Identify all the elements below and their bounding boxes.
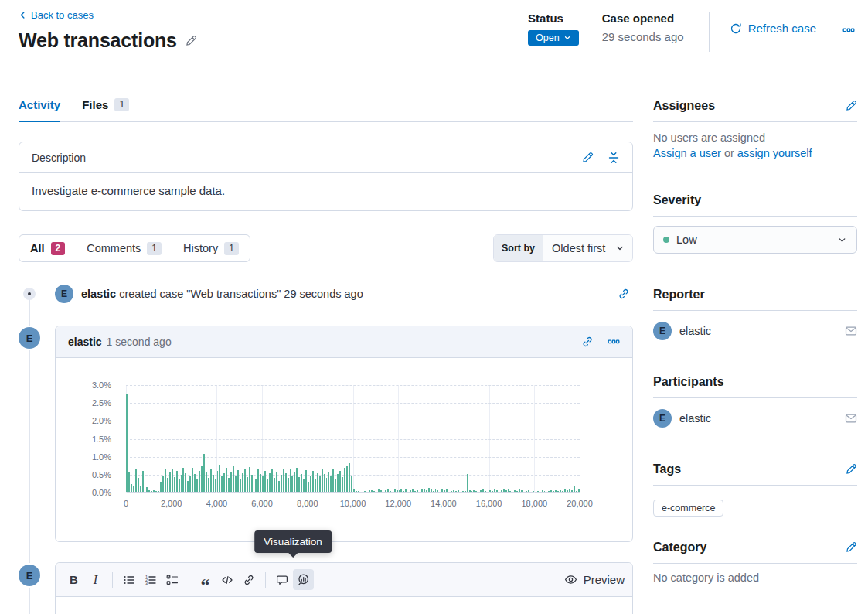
chart-bar xyxy=(503,489,505,492)
mail-icon[interactable] xyxy=(845,412,857,425)
more-actions-icon[interactable] xyxy=(842,24,855,36)
sort-order-select[interactable]: Oldest first xyxy=(543,235,632,261)
assign-yourself-link[interactable]: assign yourself xyxy=(737,147,812,159)
chart-bar xyxy=(283,469,284,492)
unordered-list-icon[interactable] xyxy=(118,569,139,590)
edit-tags-pencil-icon[interactable] xyxy=(845,463,857,476)
comment-textarea[interactable] xyxy=(56,597,632,614)
chart-bar xyxy=(254,472,255,493)
filter-all-button[interactable]: All 2 xyxy=(19,235,76,261)
chart-bar xyxy=(496,490,498,492)
chart-bar xyxy=(444,490,445,492)
chart-bar xyxy=(296,468,298,493)
status-dropdown-badge[interactable]: Open xyxy=(528,30,579,46)
filter-comments-button[interactable]: Comments 1 xyxy=(76,235,172,261)
chart-bar xyxy=(172,469,173,492)
header-meta: Status Open Case opened 29 seconds ago R… xyxy=(528,12,855,52)
chart-bar xyxy=(405,489,407,492)
chart-bar xyxy=(285,473,287,492)
quote-icon[interactable]: “ xyxy=(195,569,216,590)
sort-order-value: Oldest first xyxy=(552,242,605,254)
case-tabs: Activity Files 1 xyxy=(19,97,633,122)
chart-bar xyxy=(319,476,321,492)
assign-user-link[interactable]: Assign a user xyxy=(653,147,721,159)
checklist-icon[interactable] xyxy=(162,569,182,590)
filter-comments-badge: 1 xyxy=(147,242,162,255)
edit-description-pencil-icon[interactable] xyxy=(581,152,594,164)
refresh-label: Refresh case xyxy=(748,22,816,35)
chart-bar xyxy=(264,471,266,492)
link-icon[interactable] xyxy=(238,569,259,590)
chart-bar xyxy=(435,489,437,492)
chart-bar xyxy=(337,474,339,492)
chart-bar xyxy=(237,470,239,492)
chart-bar xyxy=(557,491,559,492)
x-tick-label: 20,000 xyxy=(549,499,611,508)
chart-bar xyxy=(317,473,318,492)
visualization-embed[interactable]: 3.0%2.5%2.0%1.5%1.0%0.5%0.0% 02,0004,000… xyxy=(56,358,632,541)
back-to-cases-link[interactable]: Back to cases xyxy=(19,9,94,21)
chevron-down-icon xyxy=(563,34,571,42)
bold-icon[interactable]: B xyxy=(63,569,84,590)
filter-history-button[interactable]: History 1 xyxy=(172,235,250,261)
chart-bar xyxy=(233,466,234,492)
chart-bar xyxy=(247,477,248,493)
created-event-row: E elastic created case "Web transactions… xyxy=(55,285,633,303)
chart-bar xyxy=(174,477,175,493)
chart-bar xyxy=(131,484,132,492)
chart-gridline-vertical xyxy=(580,385,580,493)
chart-bar xyxy=(210,469,212,492)
refresh-case-button[interactable]: Refresh case xyxy=(730,22,816,35)
copy-link-icon[interactable] xyxy=(581,336,594,348)
chart-bar xyxy=(471,491,473,492)
comment-bubble-icon[interactable] xyxy=(271,569,292,590)
chart-bar xyxy=(548,491,550,492)
avatar: E xyxy=(653,322,672,340)
edit-assignees-pencil-icon[interactable] xyxy=(845,100,857,112)
chart-bar xyxy=(217,471,219,492)
chart-bar xyxy=(482,489,484,492)
chart-bar xyxy=(578,489,580,492)
edit-title-pencil-icon[interactable] xyxy=(185,35,197,47)
tab-files[interactable]: Files 1 xyxy=(82,97,129,121)
chart-bar xyxy=(160,482,162,492)
visualization-icon[interactable] xyxy=(293,569,314,590)
chart-bar xyxy=(162,476,164,492)
chart-bar xyxy=(567,490,568,492)
chart-bar xyxy=(271,469,273,492)
chart-bar xyxy=(294,472,295,493)
tab-activity-label: Activity xyxy=(19,98,60,111)
description-panel: Description Investigate e-commerce sampl… xyxy=(19,142,633,211)
code-icon[interactable] xyxy=(216,569,237,590)
chart-bar xyxy=(526,491,527,492)
chart-bar xyxy=(257,469,259,492)
chart-bar xyxy=(335,479,336,492)
tab-activity[interactable]: Activity xyxy=(19,97,60,121)
italic-icon[interactable]: I xyxy=(85,569,106,590)
severity-select[interactable]: Low xyxy=(653,226,857,254)
chart-bar xyxy=(244,469,246,492)
chart-bar xyxy=(215,479,216,492)
description-title: Description xyxy=(32,152,86,164)
chart-bar xyxy=(135,469,137,492)
filter-history-label: History xyxy=(183,242,218,254)
chart-bar xyxy=(305,470,307,492)
chart-bar xyxy=(451,491,452,492)
ordered-list-icon[interactable]: 123 xyxy=(140,569,161,590)
chart-bar xyxy=(169,472,171,493)
chart-bar xyxy=(267,479,268,492)
filter-history-badge: 1 xyxy=(224,242,239,255)
copy-link-icon[interactable] xyxy=(618,288,630,300)
assignees-links: Assign a user or assign yourself xyxy=(653,147,857,159)
severity-section: Severity Low xyxy=(653,193,857,254)
chart-bar xyxy=(126,394,128,492)
chart-bar xyxy=(465,491,466,492)
tab-files-label: Files xyxy=(82,98,108,111)
mail-icon[interactable] xyxy=(845,325,857,337)
category-title: Category xyxy=(653,541,706,554)
preview-button[interactable]: Preview xyxy=(564,573,625,586)
chart-bar xyxy=(363,491,364,492)
edit-category-pencil-icon[interactable] xyxy=(845,541,857,554)
comment-actions-icon[interactable] xyxy=(608,336,620,348)
collapse-description-fold-icon[interactable] xyxy=(608,152,620,164)
